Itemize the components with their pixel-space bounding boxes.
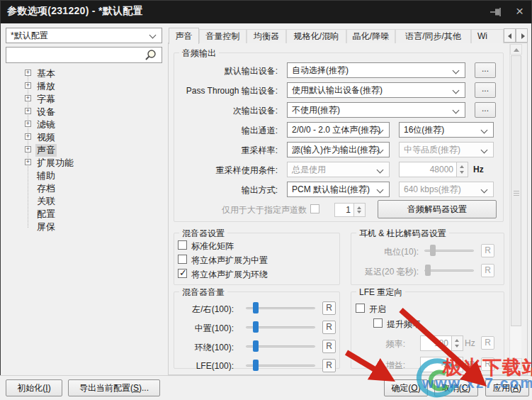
- channel-count-input[interactable]: 1: [334, 203, 354, 217]
- lfe-freq-input[interactable]: 180: [420, 335, 452, 351]
- tree-item-label-selected[interactable]: 声音: [35, 144, 57, 157]
- pin-icon[interactable]: [489, 6, 502, 18]
- secondary-more-button[interactable]: ...: [475, 102, 496, 118]
- spin-down-icon[interactable]: [357, 211, 361, 213]
- expand-icon[interactable]: +: [25, 159, 31, 165]
- passthrough-device-select[interactable]: 使用默认输出设备(推荐): [287, 82, 465, 98]
- expand-stereo-surround-checkbox[interactable]: ✓: [178, 269, 187, 278]
- initialize-button[interactable]: 初始化(I): [6, 379, 62, 396]
- tree-item-assist[interactable]: 辅助: [6, 169, 162, 182]
- tree-item-sound[interactable]: +声音: [6, 143, 162, 156]
- tree-item-playback[interactable]: +播放: [6, 79, 162, 92]
- spin-up-icon[interactable]: [357, 206, 361, 209]
- resample-quality-select[interactable]: 中等品质(推荐): [399, 142, 494, 157]
- default-device-more-button[interactable]: ...: [475, 62, 496, 78]
- close-icon[interactable]: ×: [516, 2, 523, 21]
- expand-stereo-center-checkbox[interactable]: [178, 255, 187, 264]
- tree-item-screensaver[interactable]: 屏保: [6, 220, 162, 233]
- spin-up-icon[interactable]: [460, 165, 464, 168]
- apply-button[interactable]: 应用(A): [485, 379, 529, 396]
- tree-item-label[interactable]: 基本: [37, 67, 55, 80]
- lfe-volume-slider[interactable]: [246, 360, 315, 371]
- lfe-freq-stepper[interactable]: [452, 335, 463, 351]
- center-slider[interactable]: [246, 321, 315, 333]
- tab-language-sync[interactable]: 语言/同步/其他: [395, 29, 471, 43]
- spin-down-icon[interactable]: [455, 345, 459, 348]
- expand-icon[interactable]: +: [25, 82, 31, 89]
- expand-icon[interactable]: +: [25, 146, 31, 152]
- page-scrollbar[interactable]: [509, 44, 521, 369]
- lfe-boost-checkbox[interactable]: [373, 318, 383, 328]
- lfe-freq-reset-button[interactable]: R: [481, 336, 494, 350]
- tab-overflow[interactable]: Wi: [471, 29, 504, 43]
- spin-up-icon[interactable]: [455, 339, 459, 342]
- normalize-matrix-checkbox[interactable]: [178, 240, 187, 250]
- sample-rate-input[interactable]: 48000: [399, 162, 457, 177]
- tree-item-label[interactable]: 存档: [37, 182, 55, 195]
- tree-item-label[interactable]: 关联: [37, 195, 55, 208]
- tree-item-video[interactable]: +视频: [6, 130, 162, 143]
- passthrough-more-button[interactable]: ...: [475, 82, 496, 98]
- lfe-gain-reset-button[interactable]: R: [481, 357, 494, 371]
- export-config-button[interactable]: 导出当前配置(S)...: [68, 379, 160, 396]
- cancel-button[interactable]: 取消(C): [434, 379, 478, 396]
- surround-slider[interactable]: [246, 340, 315, 352]
- tab-equalizer[interactable]: 均衡器: [247, 29, 286, 43]
- scroll-up-button[interactable]: [510, 44, 522, 55]
- lfe-gain-input[interactable]: -2: [420, 357, 452, 372]
- tree-item-archive[interactable]: 存档: [6, 182, 162, 194]
- scrollbar-thumb[interactable]: [511, 55, 521, 326]
- output-mode-select[interactable]: PCM 默认输出(推荐): [287, 182, 390, 197]
- tab-normalize-reverb[interactable]: 规格化/混响: [286, 29, 346, 43]
- secondary-device-select[interactable]: 不使用(推荐): [287, 102, 465, 118]
- tree-item-label[interactable]: 视频: [37, 131, 55, 144]
- tree-item-config[interactable]: 配置: [6, 207, 162, 220]
- slider-thumb[interactable]: [253, 340, 259, 352]
- tree-item-label[interactable]: 字幕: [37, 93, 55, 106]
- delay-reset-button[interactable]: R: [481, 264, 494, 277]
- scroll-down-button[interactable]: [510, 358, 522, 369]
- tree-item-label[interactable]: 屏保: [37, 221, 55, 233]
- sample-rate-stepper[interactable]: [457, 162, 468, 177]
- tree-item-subtitle[interactable]: +字幕: [6, 92, 162, 105]
- tree-item-label[interactable]: 扩展功能: [37, 157, 74, 170]
- tree-item-label[interactable]: 设备: [37, 106, 55, 118]
- tab-scroll-left-button[interactable]: [504, 28, 516, 43]
- slider-thumb[interactable]: [430, 245, 436, 256]
- spin-up-icon[interactable]: [455, 360, 459, 363]
- spin-down-icon[interactable]: [455, 366, 459, 369]
- default-device-select[interactable]: 自动选择(推荐): [287, 62, 465, 78]
- audio-decoder-settings-button[interactable]: 音频解码器设置: [378, 200, 497, 218]
- tree-item-basic[interactable]: +基本: [6, 67, 162, 79]
- profile-select[interactable]: *默认配置: [6, 28, 162, 43]
- slider-thumb[interactable]: [253, 321, 259, 333]
- spin-down-icon[interactable]: [460, 171, 464, 174]
- tab-volume-control[interactable]: 音量控制: [199, 29, 247, 43]
- resample-condition-select[interactable]: 总是使用: [287, 162, 390, 177]
- tree-item-device[interactable]: +设备: [6, 105, 162, 118]
- lfe-enable-checkbox[interactable]: [356, 304, 365, 313]
- tree-item-label[interactable]: 播放: [37, 80, 55, 93]
- expand-icon[interactable]: +: [25, 121, 31, 127]
- tree-item-extensions[interactable]: +扩展功能: [6, 156, 162, 169]
- potential-slider[interactable]: [424, 245, 474, 256]
- lfe-gain-stepper[interactable]: [452, 357, 463, 372]
- left-right-reset-button[interactable]: R: [322, 301, 336, 315]
- tree-item-filter[interactable]: +滤镜: [6, 118, 162, 130]
- search-box[interactable]: [6, 47, 162, 63]
- expand-icon[interactable]: +: [25, 133, 31, 140]
- tab-sound[interactable]: 声音: [169, 28, 199, 44]
- tree-item-label[interactable]: 辅助: [37, 170, 55, 182]
- bit-depth-select[interactable]: 16位(推荐): [399, 122, 494, 138]
- channels-select[interactable]: 2/0/0 - 2.0 立体声(推荐): [287, 122, 390, 138]
- potential-reset-button[interactable]: R: [481, 244, 494, 257]
- tree-item-label[interactable]: 配置: [37, 208, 55, 221]
- bitrate-select[interactable]: 640 kbps(推荐): [399, 182, 494, 197]
- ok-button[interactable]: 确定(O): [384, 379, 428, 396]
- delay-slider[interactable]: [424, 265, 474, 276]
- tab-scroll-right-button[interactable]: [516, 28, 528, 43]
- expand-icon[interactable]: +: [25, 70, 31, 76]
- tab-crystal-denoise[interactable]: 晶化/降噪: [346, 29, 395, 43]
- left-right-slider[interactable]: [246, 302, 315, 313]
- expand-icon[interactable]: +: [25, 95, 31, 101]
